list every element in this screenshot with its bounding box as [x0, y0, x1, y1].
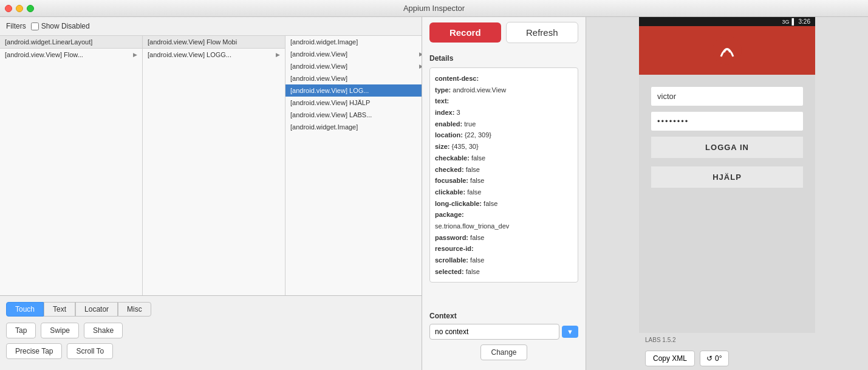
details-section: Details content-desc: type: android.view…: [422, 48, 586, 307]
tab-text[interactable]: Text: [44, 302, 75, 317]
action-tabs: TouchTextLocatorMisc: [6, 302, 415, 317]
arrow-icon: ▶: [419, 63, 422, 69]
login-button[interactable]: LOGGA IN: [651, 137, 803, 158]
context-dropdown-button[interactable]: ▼: [562, 326, 578, 338]
tree-col3-item-5[interactable]: [android.view.View] HJÄLP: [285, 97, 422, 109]
arrow-icon-2: ▶: [276, 52, 280, 58]
copy-xml-button[interactable]: Copy XML: [645, 351, 695, 366]
change-button[interactable]: Change: [480, 344, 527, 360]
details-value: true: [464, 120, 476, 128]
help-button[interactable]: HJÄLP: [651, 166, 803, 188]
context-select[interactable]: no context: [429, 324, 559, 340]
details-value: false: [484, 200, 497, 207]
action-btn-tap[interactable]: Tap: [6, 323, 36, 338]
app-logo-icon: [712, 35, 742, 66]
details-value: false: [466, 166, 480, 173]
details-box: content-desc: type: android.view.Viewtex…: [429, 67, 578, 283]
phone-bottom-bar: LABS 1.5.2: [639, 333, 815, 347]
context-title: Context: [429, 312, 578, 320]
action-buttons-row1: TapSwipeShake: [6, 323, 415, 338]
record-button[interactable]: Record: [429, 22, 501, 43]
password-input[interactable]: [651, 112, 803, 131]
tree-col3-item-2[interactable]: [android.view.View]▶: [285, 60, 422, 72]
tree-col3-item-0[interactable]: [android.widget.Image]: [285, 36, 422, 48]
tree-col3-item-3[interactable]: [android.view.View]: [285, 72, 422, 84]
context-section: Context no context ▼ Change: [422, 307, 586, 370]
tree-col1-item1[interactable]: [android.view.View] Flow... ▶: [0, 49, 142, 61]
context-select-wrapper: no context ▼: [429, 324, 578, 340]
toolbar: Record Refresh: [422, 17, 586, 48]
details-value: false: [467, 188, 481, 196]
details-key: clickable:: [435, 188, 467, 196]
tab-misc[interactable]: Misc: [118, 302, 151, 317]
left-panel: Filters Show Disabled [android.widget.Li…: [0, 17, 422, 370]
phone-preview: 3G ▌ 3:26 LOGGA IN HJÄLP: [639, 17, 815, 333]
details-value: false: [470, 177, 484, 184]
action-btn-scroll-to[interactable]: Scroll To: [67, 343, 113, 359]
phone-bottom-area: LABS 1.5.2 Copy XML ↺ 0°: [639, 333, 815, 370]
details-key: size:: [435, 143, 452, 150]
details-key: location:: [435, 131, 465, 139]
arrow-icon: ▶: [419, 51, 422, 57]
tree-col3-item-1[interactable]: [android.view.View]▶: [285, 48, 422, 60]
signal-icon: 3G: [782, 19, 789, 25]
app-header: [639, 26, 815, 75]
actions-panel: TouchTextLocatorMisc TapSwipeShake Preci…: [0, 296, 422, 370]
right-panel: 3G ▌ 3:26 LOGGA IN HJÄLP: [586, 17, 868, 370]
details-key: enabled:: [435, 120, 464, 128]
tree-area: [android.widget.LinearLayout] [android.v…: [0, 36, 422, 296]
details-value: {435, 30}: [452, 143, 479, 150]
tree-col2-item1[interactable]: [android.view.View] LOGG... ▶: [143, 49, 285, 61]
bottom-actions: Copy XML ↺ 0°: [639, 347, 815, 370]
details-key: type:: [435, 86, 453, 94]
details-value: false: [466, 268, 480, 275]
middle-panel: Record Refresh Details content-desc: typ…: [422, 17, 586, 370]
details-value: {22, 309}: [465, 131, 491, 139]
close-button[interactable]: [5, 5, 12, 12]
tree-column-1: [android.widget.LinearLayout] [android.v…: [0, 36, 143, 295]
tree-col3-item-6[interactable]: [android.view.View] LABS...: [285, 109, 422, 121]
tree-col2-header[interactable]: [android.view.View] Flow Mobi: [143, 36, 285, 49]
title-bar: Appium Inspector: [0, 0, 868, 17]
arrow-icon: ▶: [133, 52, 137, 58]
details-key: package:: [435, 211, 464, 218]
tree-column-3: [android.widget.Image][android.view.View…: [285, 36, 422, 295]
show-disabled-checkbox[interactable]: [31, 22, 39, 30]
action-btn-precise-tap[interactable]: Precise Tap: [6, 343, 62, 359]
details-value: false: [471, 154, 485, 162]
time-display: 3:26: [799, 18, 810, 25]
show-disabled-container: Show Disabled: [31, 22, 90, 30]
filters-label: Filters: [6, 22, 26, 30]
phone-status-bar: 3G ▌ 3:26: [639, 17, 815, 26]
details-key: password:: [435, 234, 470, 241]
details-key: selected:: [435, 268, 466, 275]
rotate-button[interactable]: ↺ 0°: [700, 351, 728, 366]
filters-bar: Filters Show Disabled: [0, 17, 422, 36]
action-btn-swipe[interactable]: Swipe: [41, 323, 79, 338]
action-buttons-row2: Precise TapScroll To: [6, 343, 415, 359]
minimize-button[interactable]: [16, 5, 23, 12]
version-label: LABS 1.5.2: [645, 337, 676, 343]
details-key: scrollable:: [435, 256, 470, 264]
battery-icon: ▌: [791, 18, 796, 25]
details-key: content-desc:: [435, 75, 479, 82]
tree-col3-item-4[interactable]: [android.view.View] LOG...: [285, 84, 422, 97]
details-title: Details: [429, 54, 578, 63]
username-input[interactable]: [651, 87, 803, 106]
tree-col1-header[interactable]: [android.widget.LinearLayout]: [0, 36, 142, 49]
window-title: Appium Inspector: [403, 4, 465, 13]
details-value: android.view.View: [453, 86, 506, 94]
details-value: 3: [456, 109, 460, 116]
tab-touch[interactable]: Touch: [6, 302, 44, 317]
refresh-button[interactable]: Refresh: [506, 22, 579, 43]
details-value: false: [470, 256, 484, 264]
traffic-lights: [5, 5, 34, 12]
rotate-icon: ↺: [706, 354, 713, 363]
details-key: checkable:: [435, 154, 471, 162]
action-btn-shake[interactable]: Shake: [84, 323, 123, 338]
tree-col3-item-7[interactable]: [android.widget.Image]: [285, 121, 422, 133]
maximize-button[interactable]: [27, 5, 34, 12]
tab-locator[interactable]: Locator: [75, 302, 118, 317]
show-disabled-label: Show Disabled: [41, 22, 90, 30]
details-key: focusable:: [435, 177, 470, 184]
